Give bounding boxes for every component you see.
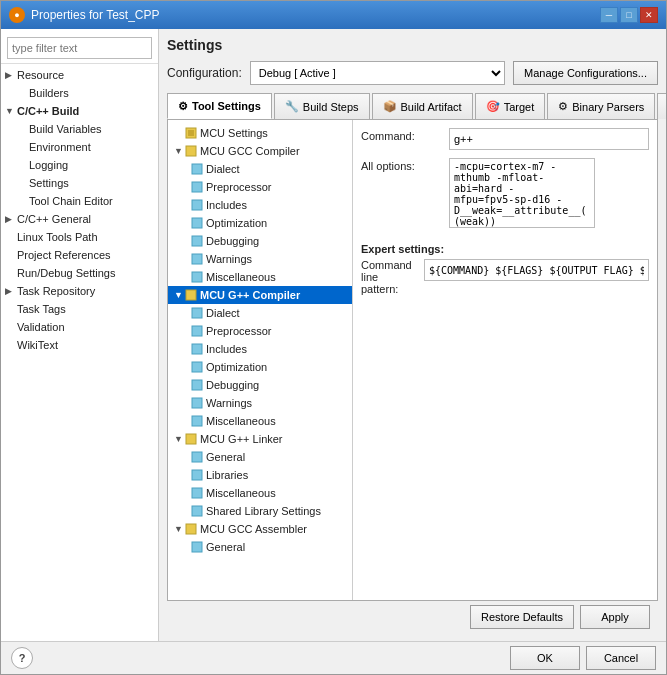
tree-general2[interactable]: General [168, 538, 352, 556]
tab-tool-settings[interactable]: ⚙ Tool Settings [167, 93, 272, 119]
sidebar-item-resource[interactable]: ▶ Resource [1, 66, 158, 84]
tree-libraries[interactable]: Libraries [168, 466, 352, 484]
general2-icon [190, 540, 204, 554]
tab-target[interactable]: 🎯 Target [475, 93, 546, 119]
tree-preprocessor2[interactable]: Preprocessor [168, 322, 352, 340]
config-label: Configuration: [167, 66, 242, 80]
svg-rect-5 [192, 200, 202, 210]
sidebar-item-logging[interactable]: Logging [1, 156, 158, 174]
sidebar-label-cpp-general: C/C++ General [17, 213, 91, 225]
right-panel: Settings Configuration: Debug [ Active ]… [159, 29, 666, 641]
tree-mcu-settings[interactable]: MCU Settings [168, 124, 352, 142]
tree-includes[interactable]: Includes [168, 196, 352, 214]
tool-tree-panel: MCU Settings ▼ MCU GCC Compiler Dialect [168, 120, 353, 600]
cancel-button[interactable]: Cancel [586, 646, 656, 670]
mcu-gpp-icon [184, 288, 198, 302]
tree-preprocessor[interactable]: Preprocessor [168, 178, 352, 196]
tree-mcu-gpp-compiler[interactable]: ▼ MCU G++ Compiler [168, 286, 352, 304]
filter-input[interactable] [7, 37, 152, 59]
tree-optimization[interactable]: Optimization [168, 214, 352, 232]
tree-mcu-gcc-assembler[interactable]: ▼ MCU GCC Assembler [168, 520, 352, 538]
sidebar-item-task-repository[interactable]: ▶ Task Repository [1, 282, 158, 300]
close-button[interactable]: ✕ [640, 7, 658, 23]
all-options-row: All options: -mcpu=cortex-m7 -mthumb -mf… [361, 158, 649, 231]
tab-build-steps[interactable]: 🔧 Build Steps [274, 93, 370, 119]
mcu-settings-icon [184, 126, 198, 140]
help-button[interactable]: ? [11, 647, 33, 669]
sidebar-item-builders[interactable]: Builders [1, 84, 158, 102]
tab-error-parsers[interactable]: ⚠ Error Parsers [657, 93, 666, 119]
tree-debugging[interactable]: Debugging [168, 232, 352, 250]
sidebar-item-settings[interactable]: Settings [1, 174, 158, 192]
sidebar-label-tool-chain-editor: Tool Chain Editor [29, 195, 113, 207]
svg-rect-11 [192, 308, 202, 318]
settings-title: Settings [167, 37, 658, 53]
preprocessor-icon [190, 180, 204, 194]
sidebar-item-linux-tools-path[interactable]: Linux Tools Path [1, 228, 158, 246]
sidebar-item-wikitext[interactable]: WikiText [1, 336, 158, 354]
sidebar-label-settings: Settings [29, 177, 69, 189]
sidebar-item-task-tags[interactable]: Task Tags [1, 300, 158, 318]
svg-rect-23 [186, 524, 196, 534]
tab-binary-parsers[interactable]: ⚙ Binary Parsers [547, 93, 655, 119]
sidebar-item-tool-chain-editor[interactable]: Tool Chain Editor [1, 192, 158, 210]
minimize-button[interactable]: ─ [600, 7, 618, 23]
svg-rect-7 [192, 236, 202, 246]
tree-general[interactable]: General [168, 448, 352, 466]
expert-settings-label: Expert settings: [361, 243, 649, 255]
warnings2-label: Warnings [206, 397, 252, 409]
tab-build-artifact[interactable]: 📦 Build Artifact [372, 93, 473, 119]
config-select[interactable]: Debug [ Active ] [250, 61, 505, 85]
tree-optimization2[interactable]: Optimization [168, 358, 352, 376]
sidebar-label-environment: Environment [29, 141, 91, 153]
sidebar-item-build-variables[interactable]: Build Variables [1, 120, 158, 138]
sidebar-item-cpp-build[interactable]: ▼ C/C++ Build [1, 102, 158, 120]
svg-rect-18 [186, 434, 196, 444]
settings-panel: Command: All options: -mcpu=cortex-m7 -m… [353, 120, 657, 600]
manage-configurations-button[interactable]: Manage Configurations... [513, 61, 658, 85]
sidebar-label-linux-tools-path: Linux Tools Path [17, 231, 98, 243]
tree-warnings2[interactable]: Warnings [168, 394, 352, 412]
command-input[interactable] [449, 128, 649, 150]
expand-arrow-resource: ▶ [5, 70, 17, 80]
sidebar-item-cpp-general[interactable]: ▶ C/C++ General [1, 210, 158, 228]
sidebar-label-wikitext: WikiText [17, 339, 58, 351]
command-line-pattern-input[interactable] [424, 259, 649, 281]
tree-mcu-gpp-linker[interactable]: ▼ MCU G++ Linker [168, 430, 352, 448]
mcu-settings-label: MCU Settings [200, 127, 268, 139]
sidebar-label-run-debug-settings: Run/Debug Settings [17, 267, 115, 279]
mcu-gcc-assembler-label: MCU GCC Assembler [200, 523, 307, 535]
tree-mcu-gcc-compiler[interactable]: ▼ MCU GCC Compiler [168, 142, 352, 160]
tree-miscellaneous3[interactable]: Miscellaneous [168, 484, 352, 502]
tree-dialect2[interactable]: Dialect [168, 304, 352, 322]
tree-miscellaneous2[interactable]: Miscellaneous [168, 412, 352, 430]
ok-button[interactable]: OK [510, 646, 580, 670]
svg-rect-1 [188, 130, 194, 136]
svg-rect-20 [192, 470, 202, 480]
title-bar-left: ● Properties for Test_CPP [9, 7, 160, 23]
tree-shared-library-settings[interactable]: Shared Library Settings [168, 502, 352, 520]
build-artifact-icon: 📦 [383, 100, 397, 113]
debugging2-label: Debugging [206, 379, 259, 391]
tree-miscellaneous[interactable]: Miscellaneous [168, 268, 352, 286]
preprocessor2-label: Preprocessor [206, 325, 271, 337]
tree-debugging2[interactable]: Debugging [168, 376, 352, 394]
tree-dialect[interactable]: Dialect [168, 160, 352, 178]
tree-warnings[interactable]: Warnings [168, 250, 352, 268]
all-options-textarea[interactable]: -mcpu=cortex-m7 -mthumb -mfloat-abi=hard… [449, 158, 595, 228]
sidebar-item-validation[interactable]: Validation [1, 318, 158, 336]
command-line-pattern-row: Command line pattern: [361, 259, 649, 295]
svg-rect-22 [192, 506, 202, 516]
mcu-gpp-label: MCU G++ Compiler [200, 289, 300, 301]
warnings-icon [190, 252, 204, 266]
mcu-gcc-assembler-icon [184, 522, 198, 536]
tree-includes2[interactable]: Includes [168, 340, 352, 358]
restore-defaults-button[interactable]: Restore Defaults [470, 605, 574, 629]
warnings-label: Warnings [206, 253, 252, 265]
apply-button[interactable]: Apply [580, 605, 650, 629]
sidebar-item-run-debug-settings[interactable]: Run/Debug Settings [1, 264, 158, 282]
sidebar-item-environment[interactable]: Environment [1, 138, 158, 156]
maximize-button[interactable]: □ [620, 7, 638, 23]
sidebar-item-project-references[interactable]: Project References [1, 246, 158, 264]
includes2-label: Includes [206, 343, 247, 355]
